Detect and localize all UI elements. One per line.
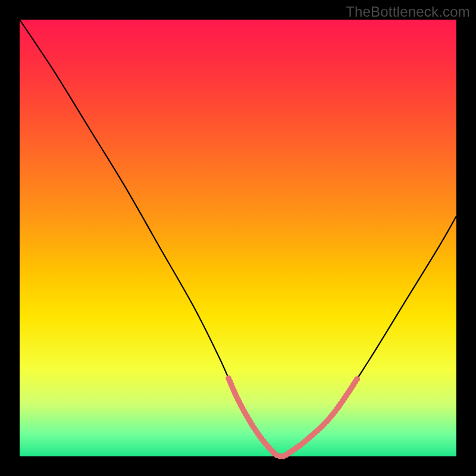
bottleneck-curve xyxy=(20,20,456,456)
chart-frame: TheBottleneck.com xyxy=(0,0,476,476)
highlight-dot xyxy=(354,376,360,382)
chart-svg xyxy=(20,20,456,456)
watermark-text: TheBottleneck.com xyxy=(346,4,470,20)
highlight-markers xyxy=(226,375,360,459)
